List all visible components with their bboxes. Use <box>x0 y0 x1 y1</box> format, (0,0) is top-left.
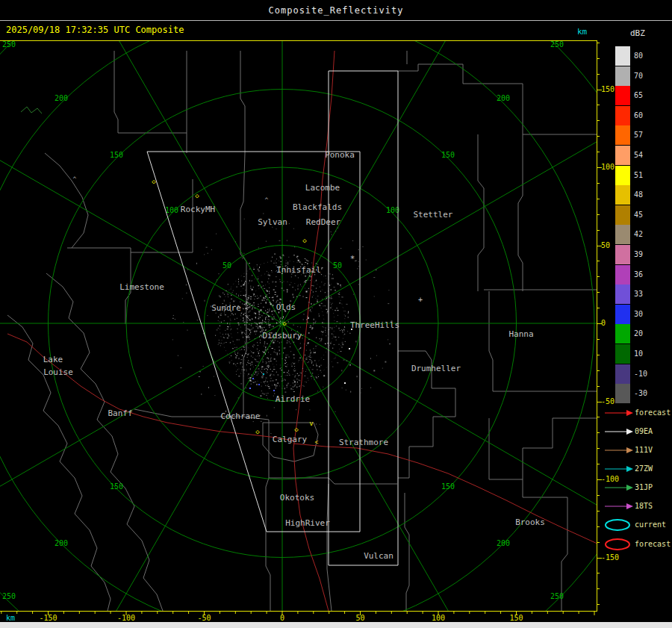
radar-echo <box>243 356 244 357</box>
radar-echo <box>241 313 242 314</box>
radar-echo <box>254 374 255 375</box>
radar-echo <box>300 285 301 285</box>
radar-echo <box>228 335 229 337</box>
radar-echo <box>172 318 174 319</box>
radar-echo <box>173 315 174 316</box>
radar-echo <box>311 326 311 326</box>
radar-echo <box>246 336 246 337</box>
radar-echo <box>249 296 249 296</box>
radar-echo <box>342 330 343 331</box>
radar-echo <box>320 424 320 425</box>
radar-echo <box>231 299 232 299</box>
radar-echo <box>309 409 310 410</box>
radar-echo <box>291 276 292 277</box>
radar-echo <box>306 259 307 260</box>
radar-echo <box>276 352 276 353</box>
radar-echo <box>318 376 319 377</box>
radar-echo <box>270 369 271 370</box>
radar-echo <box>253 302 254 303</box>
radar-echo <box>300 327 301 328</box>
radar-echo <box>266 368 267 369</box>
radar-echo <box>281 388 282 389</box>
radar-echo <box>234 351 235 352</box>
radar-echo <box>240 359 242 360</box>
radar-echo <box>245 315 246 316</box>
radar-echo <box>262 393 264 394</box>
radar-echo <box>270 433 271 434</box>
radar-echo <box>258 373 259 374</box>
dbz-scale-row: -10 <box>597 364 672 385</box>
station-marker-icon: ◇ <box>195 192 199 199</box>
bottom-axis-label: -50 <box>197 614 211 622</box>
radar-echo <box>262 351 263 352</box>
radar-echo <box>344 334 345 335</box>
radar-echo <box>267 290 268 292</box>
radar-echo <box>270 324 270 326</box>
radar-map[interactable]: 5050100100150150150150200200200200250250… <box>0 40 597 623</box>
radar-echo <box>272 314 273 315</box>
dbz-value-label: -30 <box>634 389 647 398</box>
radar-echo <box>279 346 279 347</box>
radar-echo <box>249 315 250 316</box>
radar-echo <box>262 323 263 324</box>
radar-echo <box>325 332 326 332</box>
radar-echo <box>231 313 232 314</box>
radar-echo <box>321 338 322 340</box>
radar-echo <box>244 349 245 350</box>
radar-echo <box>287 355 288 355</box>
radar-echo <box>308 316 308 317</box>
dbz-scale-row: 60 <box>597 106 672 126</box>
radar-echo <box>250 299 252 299</box>
radar-echo <box>240 295 241 296</box>
radar-echo <box>205 300 205 302</box>
radar-echo <box>258 372 258 373</box>
radar-echo <box>237 318 237 319</box>
radar-echo <box>293 363 294 364</box>
radar-echo <box>242 258 243 259</box>
radar-echo <box>314 304 314 305</box>
radar-echo <box>267 312 269 313</box>
radar-echo <box>348 313 349 314</box>
radar-echo <box>290 343 291 344</box>
radar-echo <box>248 298 249 299</box>
radar-echo <box>306 297 308 298</box>
radar-echo <box>329 286 329 287</box>
city-label-strathmore: Strathmore <box>339 438 388 447</box>
radar-echo <box>258 285 259 286</box>
radar-echo <box>268 358 269 359</box>
radar-echo <box>314 319 314 320</box>
radar-echo <box>331 304 332 305</box>
radar-echo <box>249 339 250 340</box>
radar-echo <box>262 358 263 359</box>
radar-echo <box>273 319 273 320</box>
radar-echo <box>248 360 249 361</box>
dbz-swatch <box>615 225 630 244</box>
radar-echo <box>264 341 265 343</box>
radar-echo <box>261 303 261 304</box>
dbz-scale-row: 80 <box>597 46 672 66</box>
radar-echo <box>321 340 322 341</box>
radar-echo <box>299 386 299 387</box>
radar-echo <box>243 314 244 315</box>
radar-echo <box>263 285 264 286</box>
track-ellipse-icon <box>603 518 635 532</box>
radar-echo <box>254 299 255 299</box>
radar-echo <box>288 370 289 372</box>
radar-echo <box>281 317 281 319</box>
radar-echo <box>207 315 208 316</box>
radar-echo <box>296 409 296 410</box>
radar-echo <box>253 269 255 270</box>
radar-echo <box>219 273 220 274</box>
radar-echo <box>230 320 231 321</box>
track-label: forecast <box>635 540 671 548</box>
city-label-louise: Louise <box>43 367 73 377</box>
radar-echo <box>312 296 313 297</box>
radar-echo <box>264 300 264 301</box>
radar-echo <box>255 332 255 332</box>
radar-echo <box>361 393 361 394</box>
radar-echo <box>252 376 253 376</box>
radar-echo <box>326 348 327 349</box>
radar-echo <box>227 338 228 338</box>
radar-echo <box>332 234 332 235</box>
radar-echo <box>234 319 235 320</box>
